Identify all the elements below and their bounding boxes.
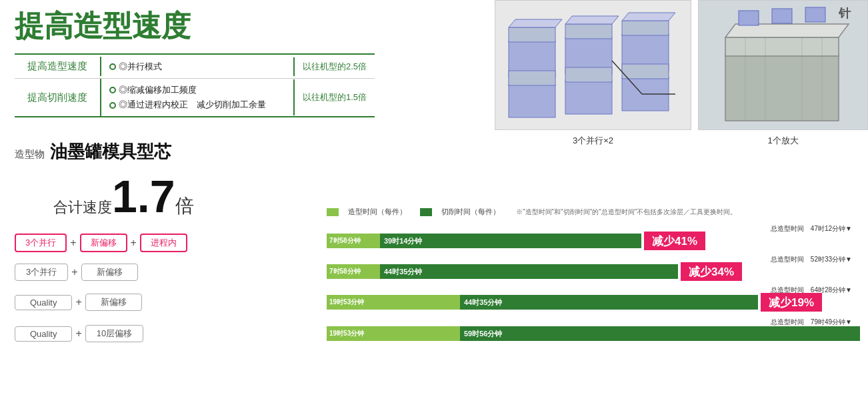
svg-marker-9 — [622, 13, 675, 21]
total-speed-unit: 倍 — [175, 193, 194, 219]
svg-rect-8 — [622, 21, 669, 35]
plus-1: + — [71, 266, 77, 278]
tag2-0[interactable]: 新偏移 — [80, 234, 127, 252]
image-3x2-svg — [495, 1, 691, 130]
tag-row-0[interactable]: 3个并行 + 新偏移 + 进程内 — [15, 234, 328, 252]
legend-label-1: 造型时间（每件） — [348, 207, 407, 217]
svg-rect-11 — [509, 71, 555, 85]
bar-light-time-2: 19时53分钟 — [329, 298, 364, 307]
right-images: 针 3个并行×2 1个放大 — [495, 0, 868, 147]
bar-dark-3: 59时56分钟 — [460, 326, 860, 341]
speed-result-2: 以往机型的1.5倍 — [295, 79, 375, 116]
bar-dark-time-3: 59时56分钟 — [464, 329, 502, 339]
bar-result-2: 减少19% — [761, 293, 822, 312]
svg-rect-5 — [565, 24, 612, 39]
bar-row-0: 7时58分钟 39时14分钟 减少41% — [327, 232, 705, 250]
speed-desc-2: ◎缩减偏移加工频度 ◎通过进程内校正 减少切削加工余量 — [101, 79, 295, 115]
bar-result-0: 减少41% — [644, 232, 705, 250]
legend-label-2: 切削时间（每件） — [441, 207, 500, 217]
total-label-0: 总造型时间 47时12分钟▼ — [771, 225, 852, 232]
bar-dark-0: 39时14分钟 — [380, 234, 641, 248]
svg-rect-20 — [725, 37, 839, 56]
molded-object-label: 造型物 — [15, 148, 45, 161]
plus-2: + — [75, 296, 81, 308]
legend-note: ※"造型时间"和"切削时间"的"总造型时间"不包括多次涂层／工具更换时间。 — [516, 208, 737, 217]
tag-row-3[interactable]: Quality + 10层偏移 — [15, 325, 328, 342]
molded-object-name: 油墨罐模具型芯 — [50, 140, 171, 163]
speed-result-1: 以往机型的2.5倍 — [295, 57, 375, 76]
plus-3: + — [75, 328, 81, 340]
bar-light-0: 7时58分钟 — [327, 234, 380, 248]
svg-marker-21 — [725, 24, 849, 37]
tag2-3[interactable]: 10层偏移 — [85, 325, 143, 342]
bar-result-1: 减少34% — [681, 262, 742, 281]
tag2-2[interactable]: 新偏移 — [85, 294, 142, 311]
image-1x: 针 — [698, 0, 868, 130]
tag2-1[interactable]: 新偏移 — [81, 264, 138, 281]
bar-light-time-3: 19时53分钟 — [329, 329, 364, 338]
bar-dark-time-1: 44时35分钟 — [384, 267, 422, 277]
image-1x-svg: 针 — [699, 1, 868, 130]
bar-light-2: 19时53分钟 — [327, 295, 460, 310]
bar-light-1: 7时58分钟 — [327, 264, 380, 279]
total-speed-prefix: 合计速度 — [53, 197, 112, 218]
svg-rect-13 — [565, 67, 612, 82]
bar-light-time-1: 7时58分钟 — [329, 267, 361, 276]
speed-table: 提高造型速度 ◎并行模式 以往机型的2.5倍 提高切削速度 ◎缩减偏移加工频度 … — [15, 53, 375, 117]
speed-desc-1: ◎并行模式 — [101, 57, 295, 76]
plus2-0: + — [131, 237, 137, 249]
bar-light-3: 19时53分钟 — [327, 326, 460, 341]
tag1-2[interactable]: Quality — [15, 295, 72, 310]
image-label-right: 1个放大 — [698, 135, 868, 147]
molded-object: 造型物 油墨罐模具型芯 — [15, 140, 171, 163]
speed-label-2: 提高切削速度 — [15, 79, 101, 116]
plus-0: + — [70, 237, 76, 249]
total-speed: 合计速度 1.7 倍 — [53, 173, 194, 219]
svg-marker-3 — [509, 19, 562, 27]
svg-rect-26 — [739, 11, 759, 25]
svg-rect-19 — [725, 54, 839, 121]
tag1-1[interactable]: 3个并行 — [15, 264, 68, 281]
bar-row-2: 19时53分钟 44时35分钟 减少19% — [327, 294, 822, 311]
bar-dark-2: 44时35分钟 — [460, 295, 758, 310]
tag-row-2[interactable]: Quality + 新偏移 — [15, 294, 328, 311]
bar-dark-time-0: 39时14分钟 — [384, 236, 422, 246]
main-title: 提高造型速度 — [15, 7, 191, 46]
svg-rect-10 — [509, 84, 555, 117]
svg-rect-15 — [622, 64, 669, 79]
tag1-0[interactable]: 3个并行 — [15, 234, 67, 252]
tag-row-1[interactable]: 3个并行 + 新偏移 — [15, 264, 328, 281]
svg-rect-12 — [565, 81, 612, 114]
bar-row-3: 19时53分钟 59时56分钟 — [327, 325, 860, 342]
legend-box-light — [327, 208, 339, 216]
svg-text:针: 针 — [838, 7, 851, 20]
bar-dark-time-2: 44时35分钟 — [464, 298, 502, 308]
speed-label-1: 提高造型速度 — [15, 57, 101, 76]
svg-rect-27 — [772, 9, 792, 23]
svg-rect-28 — [805, 7, 825, 22]
page-container: 提高造型速度 提高造型速度 ◎并行模式 以往机型的2.5倍 提高切削速度 ◎缩减… — [0, 0, 868, 415]
total-speed-num: 1.7 — [112, 173, 175, 219]
bar-row-1: 7时58分钟 44时35分钟 减少34% — [327, 263, 742, 280]
tag3-0[interactable]: 进程内 — [140, 234, 187, 252]
svg-marker-6 — [565, 16, 619, 24]
bar-dark-1: 44时35分钟 — [380, 264, 678, 279]
svg-rect-2 — [509, 27, 555, 42]
legend-box-dark — [420, 208, 432, 216]
bar-light-time-0: 7时58分钟 — [329, 236, 361, 246]
tag1-3[interactable]: Quality — [15, 326, 72, 342]
image-3x2 — [495, 0, 691, 130]
image-label-left: 3个并行×2 — [495, 135, 691, 147]
legend: 造型时间（每件） 切削时间（每件） ※"造型时间"和"切削时间"的"总造型时间"… — [327, 207, 847, 217]
